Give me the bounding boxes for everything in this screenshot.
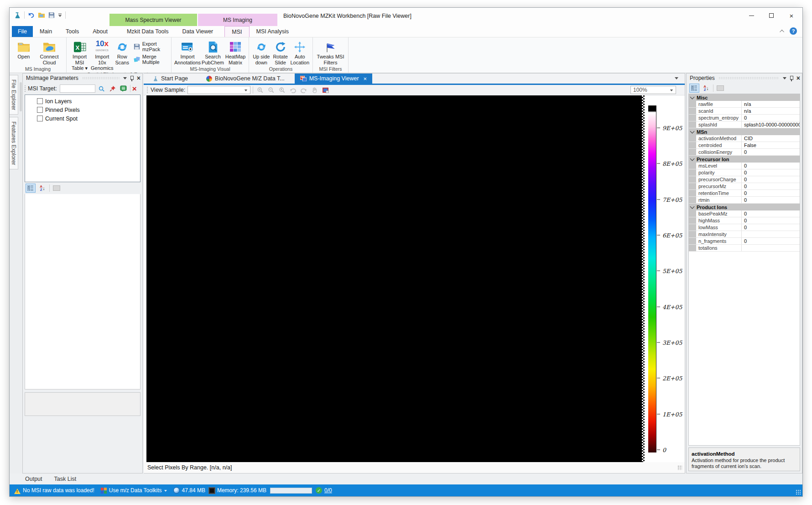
properties-sort-icon[interactable]: AZ↓ xyxy=(701,84,711,93)
qat-customize-icon[interactable] xyxy=(58,13,62,17)
property-row[interactable]: centroidedFalse xyxy=(689,142,800,149)
current-spot-checkbox[interactable] xyxy=(37,116,43,121)
sidebar-tab-features-explorer[interactable]: Features Explorer xyxy=(10,117,18,169)
search-icon[interactable] xyxy=(97,84,106,93)
property-row[interactable]: retentionTime0 xyxy=(689,190,800,197)
clear-target-icon[interactable]: × xyxy=(132,85,137,93)
ms-image-render[interactable] xyxy=(146,95,642,462)
help-icon[interactable]: ? xyxy=(790,27,797,35)
row-scans-button[interactable]: Row Scans xyxy=(115,39,130,65)
auto-location-button[interactable]: Auto Location xyxy=(290,39,310,65)
zoom-level-combo[interactable]: 100% xyxy=(630,86,676,94)
rotate-slide-button[interactable]: Rotate Slide xyxy=(272,39,289,65)
maximize-button[interactable] xyxy=(761,9,781,22)
properties-pin-icon[interactable] xyxy=(789,75,794,81)
panel-menu-icon[interactable] xyxy=(123,77,127,81)
open-file-icon[interactable] xyxy=(38,12,45,18)
import-10x-genomics-button[interactable]: 10xGENOMICS Import 10x Genomics xyxy=(91,39,114,71)
tab-output[interactable]: Output xyxy=(25,476,42,482)
property-row[interactable]: scanIdn/a xyxy=(689,108,800,115)
property-row[interactable]: spectrum_entropy0 xyxy=(689,115,800,121)
window-resize-grip[interactable] xyxy=(796,489,801,495)
property-row[interactable]: precursorCharge0 xyxy=(689,176,800,183)
import-msi-table-button[interactable]: X Import MSI Table ▾ xyxy=(69,39,90,71)
property-row[interactable]: collisionEnergy0 xyxy=(689,149,800,156)
rotate-right-icon[interactable] xyxy=(299,86,308,94)
tab-task-list[interactable]: Task List xyxy=(54,476,77,482)
pan-hand-icon[interactable] xyxy=(310,86,319,94)
zoom-reset-icon[interactable] xyxy=(277,86,286,94)
status-resize-grip[interactable] xyxy=(677,465,682,470)
property-row[interactable]: precursorMz0 xyxy=(689,183,800,190)
property-row[interactable]: splashIdsplash10-0000-0000000000 xyxy=(689,121,800,128)
contextual-group-mass-spectrum-viewer[interactable]: Mass Spectrum Viewer xyxy=(109,14,197,26)
tree-item-current-spot[interactable]: Current Spot xyxy=(37,114,140,123)
tab-ms-imaging-viewer[interactable]: MS-Imaging Viewer × xyxy=(295,74,372,84)
msi-target-input[interactable] xyxy=(60,84,95,93)
category-misc[interactable]: Misc xyxy=(689,94,800,101)
tab-about[interactable]: About xyxy=(86,26,115,37)
connect-cloud-button[interactable]: Connect Cloud xyxy=(36,39,62,65)
collapse-ribbon-icon[interactable] xyxy=(780,29,784,34)
tree-item-pinned-pixels[interactable]: Pinned Pixels xyxy=(37,105,140,114)
panel-close-icon[interactable]: × xyxy=(137,75,141,81)
tab-msi-analysis[interactable]: MSI Analysis xyxy=(250,26,296,37)
property-row[interactable]: polarity0 xyxy=(689,169,800,176)
property-row[interactable]: maxIntensity xyxy=(689,231,800,238)
heatmap-matrix-button[interactable]: HeatMap Matrix xyxy=(225,39,246,65)
property-row[interactable]: highMass0 xyxy=(689,217,800,224)
property-row[interactable]: n_fragments0 xyxy=(689,238,800,245)
open-button[interactable]: Open xyxy=(12,39,35,60)
save-icon[interactable] xyxy=(48,12,55,18)
import-annotations-button[interactable]: Import Annotations xyxy=(174,39,201,65)
tab-mz-data[interactable]: BioNovoGene M/Z Data T... xyxy=(201,74,290,84)
minimize-button[interactable] xyxy=(741,9,761,22)
property-row[interactable]: rawfilen/a xyxy=(689,101,800,108)
close-button[interactable]: × xyxy=(781,9,802,22)
toolkit-selector[interactable]: Use m/z Data Toolkits xyxy=(101,487,167,494)
tab-main[interactable]: Main xyxy=(33,26,59,37)
property-row[interactable]: rtmin0 xyxy=(689,197,800,204)
property-row[interactable]: totalIons xyxy=(689,245,800,252)
property-row[interactable]: msLevel0 xyxy=(689,163,800,169)
zoom-in-icon[interactable] xyxy=(255,86,264,94)
splitter-handle[interactable] xyxy=(20,82,22,111)
tab-mzkit-data-tools[interactable]: Mzkit Data Tools xyxy=(120,26,175,37)
ion-layers-checkbox[interactable] xyxy=(37,98,43,104)
tab-list-dropdown-icon[interactable] xyxy=(675,77,678,81)
tab-tools[interactable]: Tools xyxy=(59,26,86,37)
export-mzpack-button[interactable]: Export mzPack xyxy=(134,41,167,52)
properties-close-icon[interactable]: × xyxy=(796,75,800,81)
search-pubchem-button[interactable]: Search PubChem xyxy=(202,39,224,65)
tweaks-msi-filters-button[interactable]: Tweaks MSI Filters xyxy=(316,39,345,65)
upside-down-button[interactable]: Up side down xyxy=(252,39,271,65)
tab-file[interactable]: File xyxy=(12,26,33,37)
category-product-ions[interactable]: Product Ions xyxy=(689,204,800,210)
category-precursor-ion[interactable]: Precursor Ion xyxy=(689,156,800,163)
tab-msi[interactable]: MSI xyxy=(224,26,249,37)
pinned-pixels-checkbox[interactable] xyxy=(37,107,43,113)
rotate-left-icon[interactable] xyxy=(288,86,297,94)
pin-icon[interactable] xyxy=(130,75,134,81)
property-row[interactable]: activationMethodCID xyxy=(689,135,800,142)
export-excel-icon[interactable] xyxy=(119,84,128,93)
property-row[interactable]: lowMass0 xyxy=(689,224,800,231)
category-msn[interactable]: MSn xyxy=(689,128,800,135)
merge-multiple-button[interactable]: Merge Multiple xyxy=(134,54,167,65)
properties-menu-icon[interactable] xyxy=(783,77,786,81)
undo-icon[interactable] xyxy=(28,12,35,19)
sidebar-tab-file-explorer[interactable]: File Explorer xyxy=(10,75,18,115)
properties-categorized-icon[interactable] xyxy=(689,84,699,93)
tab-close-icon[interactable]: × xyxy=(364,75,367,82)
categorized-view-icon[interactable] xyxy=(26,184,36,193)
tab-data-viewer[interactable]: Data Viewer xyxy=(175,26,220,37)
region-capture-icon[interactable] xyxy=(321,86,330,94)
task-counter[interactable]: ✓ 0/0 xyxy=(316,487,332,494)
alphabetical-sort-icon[interactable]: AZ↓ xyxy=(37,184,47,193)
view-sample-combo[interactable] xyxy=(187,86,250,94)
zoom-out-icon[interactable] xyxy=(266,86,275,94)
pin-target-icon[interactable] xyxy=(108,84,117,93)
tree-item-ion-layers[interactable]: Ion Layers xyxy=(37,97,140,105)
contextual-group-ms-imaging[interactable]: MS Imaging xyxy=(198,14,277,26)
tab-start-page[interactable]: Start Page xyxy=(147,74,193,84)
